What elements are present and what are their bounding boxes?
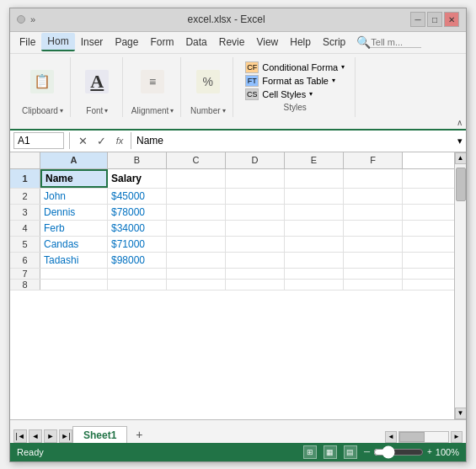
menu-file[interactable]: File	[13, 34, 41, 51]
maximize-button[interactable]: □	[427, 12, 442, 27]
cell-styles-button[interactable]: CS Cell Styles ▾	[242, 88, 348, 101]
col-header-c[interactable]: C	[167, 152, 226, 168]
cell-f6[interactable]	[344, 253, 403, 268]
zoom-slider[interactable]	[373, 445, 424, 459]
cell-a7[interactable]	[40, 269, 108, 279]
cell-c7[interactable]	[167, 269, 226, 279]
alignment-label[interactable]: Alignment ▾	[131, 106, 174, 115]
page-break-button[interactable]: ▤	[344, 445, 357, 459]
font-label[interactable]: Font ▾	[86, 106, 108, 115]
alignment-button[interactable]: ≡	[139, 68, 166, 95]
menu-help[interactable]: Help	[284, 34, 317, 51]
search-icon[interactable]: 🔍	[356, 35, 371, 49]
add-sheet-button[interactable]: +	[131, 426, 147, 443]
scroll-track[interactable]	[455, 164, 466, 408]
h-scroll-track[interactable]	[398, 431, 449, 443]
cell-f3[interactable]	[344, 205, 403, 220]
cell-e5[interactable]	[285, 237, 344, 252]
cell-f8[interactable]	[344, 280, 403, 290]
cell-e1[interactable]	[285, 169, 344, 188]
cell-d6[interactable]	[226, 253, 285, 268]
menu-view[interactable]: View	[250, 34, 284, 51]
cell-b7[interactable]	[108, 269, 167, 279]
cell-a6[interactable]: Tadashi	[40, 253, 108, 268]
cell-d4[interactable]	[226, 221, 285, 236]
row-num-5[interactable]: 5	[10, 237, 40, 252]
col-header-b[interactable]: B	[108, 152, 167, 168]
font-button[interactable]: A	[83, 68, 110, 95]
scroll-left-button[interactable]: ◄	[385, 431, 397, 443]
cell-d3[interactable]	[226, 205, 285, 220]
horizontal-scrollbar[interactable]: ◄ ►	[385, 431, 463, 443]
cell-b4[interactable]: $34000	[108, 221, 167, 236]
format-as-table-button[interactable]: FT Format as Table ▾	[242, 74, 348, 88]
cell-d2[interactable]	[226, 189, 285, 204]
minimize-button[interactable]: ─	[410, 12, 425, 27]
cell-e2[interactable]	[285, 189, 344, 204]
sheet-prev-button[interactable]: ◄	[29, 429, 42, 443]
cell-c4[interactable]	[167, 221, 226, 236]
cell-d5[interactable]	[226, 237, 285, 252]
page-layout-button[interactable]: ▦	[324, 445, 337, 459]
cell-b2[interactable]: $45000	[108, 189, 167, 204]
cell-c5[interactable]	[167, 237, 226, 252]
cell-f4[interactable]	[344, 221, 403, 236]
cell-e4[interactable]	[285, 221, 344, 236]
row-num-8[interactable]: 8	[10, 280, 40, 290]
cell-f7[interactable]	[344, 269, 403, 279]
cell-c3[interactable]	[167, 205, 226, 220]
cell-d1[interactable]	[226, 169, 285, 188]
cell-b5[interactable]: $71000	[108, 237, 167, 252]
zoom-plus-icon[interactable]: +	[427, 447, 432, 456]
row-num-7[interactable]: 7	[10, 269, 40, 279]
cell-a5[interactable]: Candas	[40, 237, 108, 252]
cell-c2[interactable]	[167, 189, 226, 204]
menu-script[interactable]: Scrip	[317, 34, 351, 51]
close-button[interactable]: ✕	[444, 12, 459, 27]
formula-expand-icon[interactable]: ▾	[457, 136, 463, 147]
cell-d7[interactable]	[226, 269, 285, 279]
scroll-up-button[interactable]: ▲	[455, 152, 467, 164]
confirm-formula-button[interactable]: ✓	[94, 135, 109, 147]
cell-f1[interactable]	[344, 169, 403, 188]
conditional-formatting-button[interactable]: CF Conditional Forma ▾	[242, 61, 348, 74]
cell-e8[interactable]	[285, 280, 344, 290]
sheet-next-button[interactable]: ►	[44, 429, 57, 443]
sheet-tab-sheet1[interactable]: Sheet1	[72, 426, 127, 444]
cell-reference-input[interactable]	[13, 132, 64, 149]
cell-b1[interactable]: Salary	[108, 169, 167, 188]
search-input[interactable]	[371, 37, 421, 48]
cell-a2[interactable]: John	[40, 189, 108, 204]
scroll-right-button[interactable]: ►	[451, 431, 463, 443]
scroll-down-button[interactable]: ▼	[455, 408, 467, 419]
cell-c8[interactable]	[167, 280, 226, 290]
menu-review[interactable]: Revie	[213, 34, 251, 51]
menu-page[interactable]: Page	[109, 34, 144, 51]
vertical-scrollbar[interactable]: ▲ ▼	[454, 152, 466, 419]
col-header-f[interactable]: F	[344, 152, 403, 168]
cell-b8[interactable]	[108, 280, 167, 290]
cell-f5[interactable]	[344, 237, 403, 252]
cell-e3[interactable]	[285, 205, 344, 220]
cell-f2[interactable]	[344, 189, 403, 204]
clipboard-label[interactable]: Clipboard ▾	[22, 106, 63, 115]
cell-a4[interactable]: Ferb	[40, 221, 108, 236]
menu-insert[interactable]: Inser	[75, 34, 110, 51]
collapse-ribbon-button[interactable]: ∧	[457, 118, 463, 127]
number-button[interactable]: %	[195, 68, 222, 95]
col-header-e[interactable]: E	[285, 152, 344, 168]
clipboard-button[interactable]: 📋	[29, 68, 56, 95]
row-num-1[interactable]: 1	[10, 169, 40, 188]
cell-d8[interactable]	[226, 280, 285, 290]
col-header-a[interactable]: A	[40, 152, 108, 168]
cell-a8[interactable]	[40, 280, 108, 290]
number-label[interactable]: Number ▾	[190, 106, 226, 115]
cell-a1[interactable]: Name	[40, 169, 108, 188]
sheet-last-button[interactable]: ►|	[59, 429, 72, 443]
cell-c6[interactable]	[167, 253, 226, 268]
corner-cell[interactable]	[10, 152, 40, 168]
cell-c1[interactable]	[167, 169, 226, 188]
menu-home[interactable]: Hom	[41, 33, 74, 51]
menu-data[interactable]: Data	[179, 34, 212, 51]
insert-function-button[interactable]: fx	[112, 136, 127, 146]
